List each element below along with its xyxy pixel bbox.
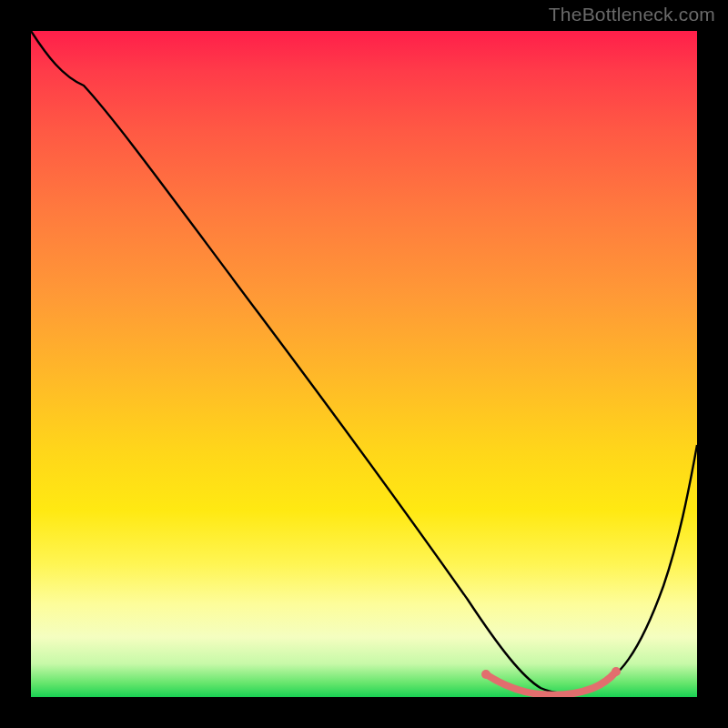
watermark-text: TheBottleneck.com xyxy=(549,4,715,25)
optimal-range-highlight xyxy=(486,672,616,695)
bottleneck-curve xyxy=(31,31,697,693)
chart-frame: TheBottleneck.com xyxy=(0,0,728,728)
optimal-range-start-marker xyxy=(481,670,490,679)
plot-area xyxy=(31,31,697,697)
curve-layer xyxy=(31,31,697,697)
optimal-range-end-marker xyxy=(612,667,621,676)
